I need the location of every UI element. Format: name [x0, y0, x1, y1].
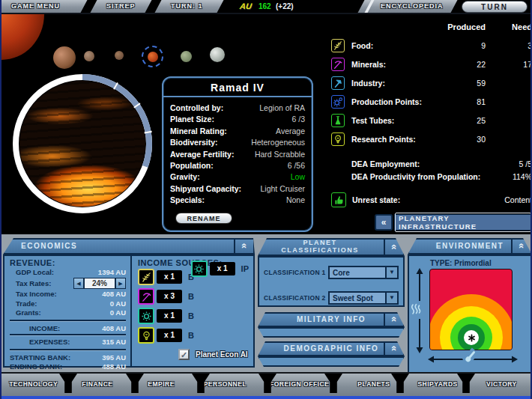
tax-income-row: Tax Income:408 AU — [10, 290, 126, 299]
game-menu-button[interactable]: GAME MENU — [11, 0, 60, 13]
resources-panel: Produced Need Food: 9 3 Minerals: 22 17 … — [331, 22, 532, 209]
system-planet-3[interactable] — [115, 51, 124, 60]
ip-source-row: x 1 IP — [191, 261, 249, 277]
encyclopedia-button[interactable]: ENCYCLOPEDIA — [381, 0, 444, 13]
income-source-row: x 1 B — [138, 326, 253, 345]
system-planet-1[interactable] — [53, 46, 76, 69]
resource-row: Research Points: 30 — [331, 130, 532, 148]
dea-employment-row: DEA Employment: 5 /5 — [331, 157, 532, 170]
environment-panel-body: TYPE: Primordial — [408, 255, 532, 374]
planet-stat-row: Biodiversity:Heterogeneous — [170, 137, 305, 148]
planet-name-title: Ramad IV — [163, 78, 312, 97]
resource-row: Industry: 59 — [331, 73, 532, 92]
planet-stat-row: Average Fertility:Hard Scrabble — [170, 149, 305, 160]
system-planet-selected[interactable] — [148, 52, 158, 62]
top-bar: GAME MENU SITREP TURN: 1 AU 162 (+22) EN… — [1, 0, 532, 14]
economics-collapse-button[interactable]: « — [234, 240, 253, 253]
sitrep-button[interactable]: SITREP — [106, 0, 136, 13]
collapse-chevron-icon: « — [388, 317, 400, 323]
turn-counter: TURN: 1 — [171, 0, 203, 13]
demographic-info-body — [258, 356, 405, 367]
revenue-label: REVENUE: — [10, 258, 126, 267]
resource-row: Minerals: 22 17 — [331, 55, 532, 73]
tab-finance[interactable]: FINANCE — [65, 374, 129, 396]
production-gear-icon — [191, 261, 208, 277]
top-bar-divider — [80, 0, 97, 13]
research-points-icon — [331, 133, 345, 146]
top-bar-slash — [364, 0, 374, 13]
economics-panel-body: REVENUE: GDP Local:1394 AU Tax Rates: ◀ … — [3, 255, 255, 368]
resources-header: Produced Need — [331, 22, 532, 36]
income-row: INCOME:408 AU — [10, 323, 126, 333]
system-planet-5[interactable] — [181, 51, 192, 62]
moisture-icon — [410, 301, 422, 319]
bottom-tab-bar: TECHNOLOGY FINANCE EMPIRE PERSONNEL FORE… — [1, 372, 532, 396]
dropdown-arrow-icon: ▼ — [385, 267, 397, 278]
classification-row: CLASSIFICATION 2 Sweet Spot ▼ — [264, 288, 399, 308]
classification-1-dropdown[interactable]: Core ▼ — [328, 266, 399, 279]
rename-button[interactable]: RENAME — [175, 213, 232, 224]
arrow-right-icon[interactable]: ▶ — [115, 278, 126, 289]
treasury-value: 162 — [259, 2, 271, 10]
need-column-header: Need — [486, 22, 532, 36]
gdp-row: GDP Local:1394 AU — [10, 267, 126, 277]
income-source-row: x 3 B — [138, 287, 253, 306]
resource-row: Food: 9 3 — [331, 36, 532, 55]
tax-rates-row: Tax Rates: ◀ 24% ▶ — [10, 277, 126, 290]
tab-victory[interactable]: VICTORY — [470, 374, 532, 396]
grants-row: Grants:0 AU — [10, 308, 126, 318]
planet-stat-row: Specials:None — [170, 195, 305, 206]
planet-classifications-body: CLASSIFICATION 1 Core ▼ CLASSIFICATION 2… — [258, 256, 405, 307]
environment-type: TYPE: Primordial — [430, 259, 492, 267]
divider — [10, 334, 126, 335]
expenses-row: EXPENSES:315 AU — [10, 338, 126, 347]
minerals-icon — [138, 288, 154, 305]
dropdown-arrow-icon: ▼ — [385, 293, 397, 303]
arrow-left-icon[interactable]: ◀ — [73, 278, 84, 289]
trade-row: Trade:0 AU — [10, 299, 126, 308]
starting-bank-row: STARTING BANK:395 AU — [10, 353, 126, 362]
divider — [10, 320, 126, 321]
double-chevron-left-icon: « — [375, 214, 393, 231]
food-icon — [331, 39, 345, 52]
produced-column-header: Produced — [441, 22, 486, 36]
system-planet-2[interactable] — [84, 51, 94, 61]
industry-icon — [331, 76, 345, 90]
divider — [10, 349, 126, 350]
tax-rate-spinner: ◀ 24% ▶ — [73, 278, 126, 289]
planet-classifications-header: PLANET CLASSIFICATIONS « — [258, 238, 405, 256]
food-icon — [138, 269, 154, 285]
unrest-row: Unrest state: Content — [331, 191, 532, 209]
collapse-chevron-icon: « — [515, 243, 528, 250]
planet-stat-row: Shipyard Capacity:Light Cruiser — [170, 183, 305, 195]
demographic-info-header[interactable]: DEMOGRAPHIC INFO « — [258, 341, 405, 356]
top-bar-divider — [145, 0, 161, 13]
planet-stat-row-gravity: Gravity:Low — [170, 171, 305, 183]
end-turn-button[interactable]: TURN — [462, 1, 528, 13]
checkmark-icon: ✓ — [181, 350, 187, 359]
planet-ring — [10, 72, 154, 216]
income-source-row: x 1 B — [138, 306, 253, 326]
resource-row: Production Points: 81 — [331, 92, 532, 111]
classification-row: CLASSIFICATION 1 Core ▼ — [264, 263, 399, 282]
game-screen: GAME MENU SITREP TURN: 1 AU 162 (+22) EN… — [0, 0, 532, 399]
economics-panel-header: ECONOMICS « — [3, 238, 255, 255]
military-info-body — [258, 327, 405, 338]
planet-stat-row: Population:6 /56 — [170, 160, 305, 171]
resource-row: Test Tubes: 25 — [331, 111, 532, 130]
tab-technology[interactable]: TECHNOLOGY — [1, 374, 65, 396]
planetary-infrastructure-button[interactable]: « PLANETARY INFRASTRUCTURE — [375, 214, 532, 231]
thumbs-up-icon — [331, 192, 346, 207]
environment-panel-header: ENVIRONMENT « — [408, 238, 532, 255]
collapse-chevron-icon: « — [388, 244, 399, 251]
minerals-icon — [331, 58, 345, 71]
planet-stat-row: Mineral Rating:Average — [170, 126, 305, 137]
planet-econ-ai-checkbox[interactable]: ✓ — [178, 349, 190, 360]
dea-productivity-row: DEA Productivity from Population: 114% — [331, 170, 532, 183]
planet-stat-row: Controlled by:Legion of RA — [170, 103, 305, 114]
planet-econ-ai-option: ✓ Planet Econ AI — [178, 349, 248, 360]
system-planet-6[interactable] — [210, 47, 225, 62]
military-info-header[interactable]: MILITARY INFO « — [258, 312, 405, 327]
classification-2-dropdown[interactable]: Sweet Spot ▼ — [328, 291, 399, 305]
star-icon — [1, 14, 44, 60]
